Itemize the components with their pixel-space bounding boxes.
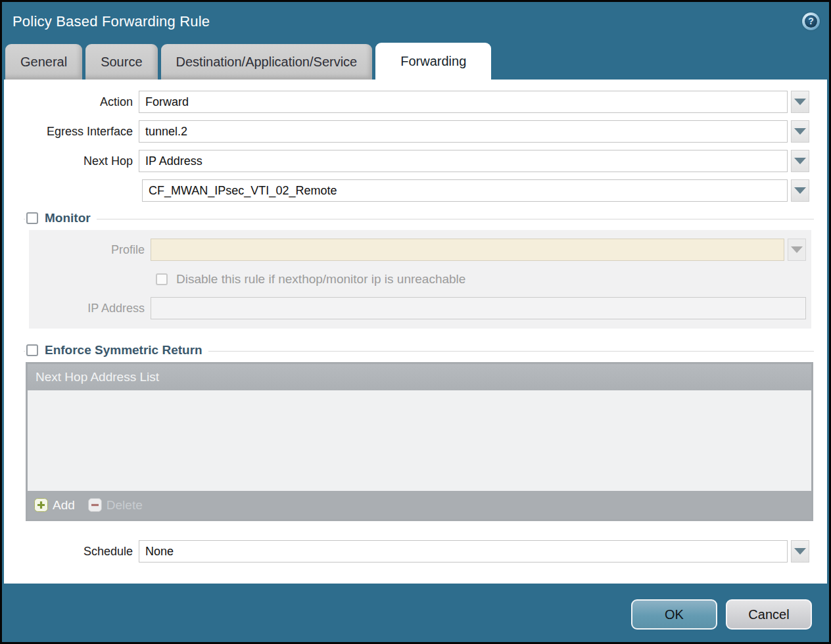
tab-general[interactable]: General bbox=[5, 44, 82, 80]
next-hop-address-select[interactable]: CF_MWAN_IPsec_VTI_02_Remote bbox=[142, 179, 788, 202]
monitor-legend-label: Monitor bbox=[45, 211, 91, 225]
chevron-down-icon bbox=[794, 187, 806, 194]
monitor-legend: Monitor bbox=[25, 211, 97, 225]
chevron-down-icon bbox=[791, 246, 803, 253]
plus-icon bbox=[34, 498, 48, 512]
delete-button: Delete bbox=[88, 498, 143, 513]
egress-interface-select[interactable]: tunnel.2 bbox=[139, 120, 788, 143]
tab-bar: General Source Destination/Application/S… bbox=[2, 41, 829, 80]
dialog-title: Policy Based Forwarding Rule bbox=[12, 13, 210, 30]
symmetric-return-legend: Enforce Symmetric Return bbox=[25, 343, 208, 357]
profile-row: Profile bbox=[29, 239, 806, 261]
egress-interface-label: Egress Interface bbox=[4, 125, 139, 139]
chevron-down-icon bbox=[794, 158, 806, 164]
symmetric-return-legend-label: Enforce Symmetric Return bbox=[45, 343, 202, 357]
monitor-checkbox[interactable] bbox=[26, 212, 38, 224]
profile-label: Profile bbox=[29, 243, 151, 257]
monitor-ip-row: IP Address bbox=[29, 297, 806, 319]
cancel-button[interactable]: Cancel bbox=[726, 599, 812, 630]
symmetric-return-checkbox[interactable] bbox=[26, 344, 38, 356]
next-hop-address-table: Next Hop Address List Add bbox=[26, 362, 813, 521]
monitor-ip-label: IP Address bbox=[29, 302, 151, 315]
next-hop-address-row: CF_MWAN_IPsec_VTI_02_Remote bbox=[4, 179, 809, 202]
forwarding-tab-content: Action Forward Egress Interface tunnel.2… bbox=[4, 80, 827, 584]
monitor-panel: Profile Disable this rule if nexthop/mon… bbox=[29, 230, 811, 329]
disable-rule-label: Disable this rule if nexthop/monitor ip … bbox=[176, 272, 465, 287]
chevron-down-icon bbox=[794, 99, 806, 105]
next-hop-address-dropdown-button[interactable] bbox=[791, 179, 809, 202]
delete-button-label: Delete bbox=[107, 498, 143, 513]
action-label: Action bbox=[4, 95, 139, 109]
symmetric-return-group: Enforce Symmetric Return Next Hop Addres… bbox=[24, 351, 814, 521]
egress-interface-row: Egress Interface tunnel.2 bbox=[4, 120, 809, 143]
help-icon-glyph: ? bbox=[805, 15, 817, 28]
next-hop-address-list-header: Next Hop Address List bbox=[28, 364, 811, 390]
next-hop-label: Next Hop bbox=[4, 154, 139, 168]
add-button-label: Add bbox=[53, 498, 75, 513]
schedule-row: Schedule None bbox=[4, 540, 809, 563]
tab-source[interactable]: Source bbox=[85, 44, 157, 80]
minus-icon bbox=[88, 498, 102, 512]
tab-forwarding[interactable]: Forwarding bbox=[375, 43, 491, 80]
next-hop-address-list-body bbox=[28, 390, 811, 491]
monitor-ip-input bbox=[151, 297, 806, 319]
title-bar: Policy Based Forwarding Rule ? bbox=[2, 2, 829, 41]
profile-select bbox=[151, 239, 784, 261]
schedule-select[interactable]: None bbox=[139, 540, 788, 563]
egress-interface-dropdown-button[interactable] bbox=[791, 120, 809, 143]
schedule-dropdown-button[interactable] bbox=[791, 540, 809, 563]
monitor-group: Monitor Profile Disable this rule if nex… bbox=[24, 219, 814, 329]
action-row: Action Forward bbox=[4, 91, 809, 113]
chevron-down-icon bbox=[794, 548, 806, 555]
next-hop-row: Next Hop IP Address bbox=[4, 150, 809, 172]
dialog-footer: OK Cancel bbox=[2, 584, 829, 642]
tab-destination-application-service[interactable]: Destination/Application/Service bbox=[161, 44, 373, 80]
next-hop-type-select[interactable]: IP Address bbox=[139, 150, 788, 172]
schedule-label: Schedule bbox=[4, 545, 139, 559]
action-dropdown-button[interactable] bbox=[791, 91, 809, 113]
add-button[interactable]: Add bbox=[34, 498, 75, 513]
table-footer-toolbar: Add Delete bbox=[28, 491, 811, 519]
help-icon[interactable]: ? bbox=[802, 12, 820, 30]
next-hop-type-dropdown-button[interactable] bbox=[791, 150, 809, 172]
profile-dropdown-button bbox=[788, 239, 806, 261]
action-select[interactable]: Forward bbox=[139, 91, 788, 113]
chevron-down-icon bbox=[794, 128, 806, 135]
disable-rule-row: Disable this rule if nexthop/monitor ip … bbox=[156, 272, 806, 287]
ok-button[interactable]: OK bbox=[631, 599, 717, 630]
disable-rule-checkbox bbox=[156, 273, 168, 285]
policy-based-forwarding-dialog: Policy Based Forwarding Rule ? General S… bbox=[0, 0, 831, 644]
